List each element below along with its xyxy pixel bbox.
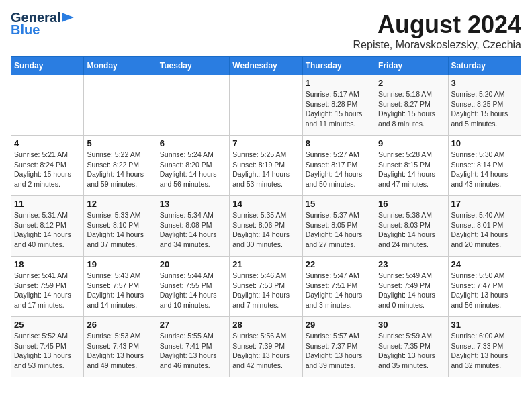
day-info: Sunrise: 5:56 AM Sunset: 7:39 PM Dayligh… [232, 331, 299, 371]
col-thursday: Thursday [302, 57, 375, 75]
day-info: Sunrise: 5:21 AM Sunset: 8:24 PM Dayligh… [14, 150, 81, 189]
day-info: Sunrise: 5:18 AM Sunset: 8:27 PM Dayligh… [378, 89, 445, 129]
day-number: 19 [87, 259, 153, 269]
table-row: 8Sunrise: 5:27 AM Sunset: 8:17 PM Daylig… [302, 136, 375, 196]
day-info: Sunrise: 5:24 AM Sunset: 8:20 PM Dayligh… [160, 150, 226, 189]
table-row: 28Sunrise: 5:56 AM Sunset: 7:39 PM Dayli… [230, 317, 302, 377]
day-info: Sunrise: 5:25 AM Sunset: 8:19 PM Dayligh… [232, 150, 299, 189]
day-number: 25 [14, 320, 81, 330]
calendar-header-row: Sunday Monday Tuesday Wednesday Thursday… [11, 57, 521, 75]
day-number: 13 [160, 199, 226, 209]
table-row: 12Sunrise: 5:33 AM Sunset: 8:10 PM Dayli… [84, 196, 157, 257]
day-number: 21 [232, 259, 299, 269]
day-number: 23 [378, 259, 445, 269]
day-info: Sunrise: 5:37 AM Sunset: 8:05 PM Dayligh… [306, 210, 372, 250]
svg-marker-0 [62, 13, 74, 22]
table-row: 6Sunrise: 5:24 AM Sunset: 8:20 PM Daylig… [157, 136, 229, 196]
table-row: 11Sunrise: 5:31 AM Sunset: 8:12 PM Dayli… [11, 196, 84, 257]
table-row: 5Sunrise: 5:22 AM Sunset: 8:22 PM Daylig… [84, 136, 157, 196]
day-number: 24 [451, 259, 518, 269]
page-subtitle: Repiste, Moravskoslezsky, Czechia [353, 39, 521, 51]
table-row: 13Sunrise: 5:34 AM Sunset: 8:08 PM Dayli… [157, 196, 229, 257]
day-number: 30 [378, 320, 445, 330]
day-info: Sunrise: 5:47 AM Sunset: 7:51 PM Dayligh… [306, 271, 372, 310]
col-saturday: Saturday [448, 57, 521, 75]
day-number: 6 [160, 138, 226, 148]
page-title: August 2024 [353, 11, 521, 39]
day-number: 9 [378, 138, 445, 148]
table-row: 2Sunrise: 5:18 AM Sunset: 8:27 PM Daylig… [375, 75, 448, 136]
col-monday: Monday [84, 57, 157, 75]
table-row: 29Sunrise: 5:57 AM Sunset: 7:37 PM Dayli… [302, 317, 375, 377]
day-info: Sunrise: 5:31 AM Sunset: 8:12 PM Dayligh… [14, 210, 81, 250]
logo-arrow-icon [62, 13, 74, 22]
day-info: Sunrise: 5:28 AM Sunset: 8:15 PM Dayligh… [378, 150, 445, 189]
calendar-week-row: 11Sunrise: 5:31 AM Sunset: 8:12 PM Dayli… [11, 196, 521, 257]
day-number: 31 [451, 320, 518, 330]
table-row: 21Sunrise: 5:46 AM Sunset: 7:53 PM Dayli… [230, 257, 302, 317]
day-number: 28 [232, 320, 299, 330]
day-info: Sunrise: 5:38 AM Sunset: 8:03 PM Dayligh… [378, 210, 445, 250]
day-info: Sunrise: 5:41 AM Sunset: 7:59 PM Dayligh… [14, 271, 81, 310]
table-row: 19Sunrise: 5:43 AM Sunset: 7:57 PM Dayli… [84, 257, 157, 317]
calendar-week-row: 1Sunrise: 5:17 AM Sunset: 8:28 PM Daylig… [11, 75, 521, 136]
calendar-table: Sunday Monday Tuesday Wednesday Thursday… [11, 56, 521, 377]
day-info: Sunrise: 5:46 AM Sunset: 7:53 PM Dayligh… [232, 271, 299, 310]
col-tuesday: Tuesday [157, 57, 229, 75]
day-number: 1 [306, 78, 372, 88]
day-info: Sunrise: 5:33 AM Sunset: 8:10 PM Dayligh… [87, 210, 153, 250]
title-block: August 2024 Repiste, Moravskoslezsky, Cz… [353, 11, 521, 51]
day-number: 29 [306, 320, 372, 330]
day-info: Sunrise: 5:20 AM Sunset: 8:25 PM Dayligh… [451, 89, 518, 129]
day-number: 7 [232, 138, 299, 148]
table-row: 25Sunrise: 5:52 AM Sunset: 7:45 PM Dayli… [11, 317, 84, 377]
day-number: 22 [306, 259, 372, 269]
day-number: 4 [14, 138, 81, 148]
day-info: Sunrise: 5:44 AM Sunset: 7:55 PM Dayligh… [160, 271, 226, 310]
day-info: Sunrise: 5:50 AM Sunset: 7:47 PM Dayligh… [451, 271, 518, 310]
table-row [84, 75, 157, 136]
day-info: Sunrise: 5:34 AM Sunset: 8:08 PM Dayligh… [160, 210, 226, 250]
table-row [11, 75, 84, 136]
table-row: 16Sunrise: 5:38 AM Sunset: 8:03 PM Dayli… [375, 196, 448, 257]
day-info: Sunrise: 5:59 AM Sunset: 7:35 PM Dayligh… [378, 331, 445, 371]
col-wednesday: Wednesday [230, 57, 302, 75]
table-row: 18Sunrise: 5:41 AM Sunset: 7:59 PM Dayli… [11, 257, 84, 317]
day-info: Sunrise: 5:57 AM Sunset: 7:37 PM Dayligh… [306, 331, 372, 371]
day-number: 17 [451, 199, 518, 209]
calendar-week-row: 18Sunrise: 5:41 AM Sunset: 7:59 PM Dayli… [11, 257, 521, 317]
day-info: Sunrise: 5:22 AM Sunset: 8:22 PM Dayligh… [87, 150, 153, 189]
day-number: 18 [14, 259, 81, 269]
table-row: 23Sunrise: 5:49 AM Sunset: 7:49 PM Dayli… [375, 257, 448, 317]
day-number: 26 [87, 320, 153, 330]
table-row: 31Sunrise: 6:00 AM Sunset: 7:33 PM Dayli… [448, 317, 521, 377]
table-row: 4Sunrise: 5:21 AM Sunset: 8:24 PM Daylig… [11, 136, 84, 196]
day-info: Sunrise: 5:30 AM Sunset: 8:14 PM Dayligh… [451, 150, 518, 189]
table-row: 20Sunrise: 5:44 AM Sunset: 7:55 PM Dayli… [157, 257, 229, 317]
day-number: 20 [160, 259, 226, 269]
day-info: Sunrise: 5:17 AM Sunset: 8:28 PM Dayligh… [306, 89, 372, 129]
table-row: 10Sunrise: 5:30 AM Sunset: 8:14 PM Dayli… [448, 136, 521, 196]
day-info: Sunrise: 5:43 AM Sunset: 7:57 PM Dayligh… [87, 271, 153, 310]
table-row: 7Sunrise: 5:25 AM Sunset: 8:19 PM Daylig… [230, 136, 302, 196]
day-number: 8 [306, 138, 372, 148]
day-number: 15 [306, 199, 372, 209]
calendar-week-row: 25Sunrise: 5:52 AM Sunset: 7:45 PM Dayli… [11, 317, 521, 377]
day-number: 14 [232, 199, 299, 209]
day-number: 5 [87, 138, 153, 148]
col-sunday: Sunday [11, 57, 84, 75]
day-number: 12 [87, 199, 153, 209]
day-number: 16 [378, 199, 445, 209]
day-number: 3 [451, 78, 518, 88]
table-row: 27Sunrise: 5:55 AM Sunset: 7:41 PM Dayli… [157, 317, 229, 377]
logo: General Blue [11, 11, 74, 36]
calendar-week-row: 4Sunrise: 5:21 AM Sunset: 8:24 PM Daylig… [11, 136, 521, 196]
table-row: 22Sunrise: 5:47 AM Sunset: 7:51 PM Dayli… [302, 257, 375, 317]
day-number: 10 [451, 138, 518, 148]
logo-blue-text: Blue [11, 23, 40, 36]
table-row [230, 75, 302, 136]
day-info: Sunrise: 5:27 AM Sunset: 8:17 PM Dayligh… [306, 150, 372, 189]
table-row: 9Sunrise: 5:28 AM Sunset: 8:15 PM Daylig… [375, 136, 448, 196]
day-info: Sunrise: 5:55 AM Sunset: 7:41 PM Dayligh… [160, 331, 226, 371]
day-info: Sunrise: 5:35 AM Sunset: 8:06 PM Dayligh… [232, 210, 299, 250]
